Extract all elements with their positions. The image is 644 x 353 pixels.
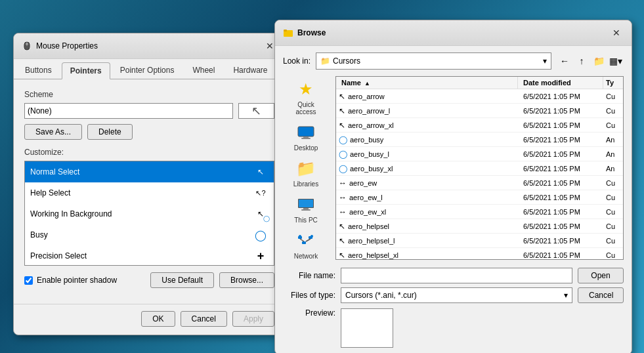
tab-pointer-options[interactable]: Pointer Options [112, 62, 183, 79]
enable-shadow-checkbox[interactable] [24, 276, 33, 285]
svg-point-19 [311, 235, 313, 238]
libraries-icon: 📁 [295, 158, 316, 179]
use-default-button[interactable]: Use Default [150, 272, 214, 288]
svg-rect-5 [284, 30, 287, 31]
look-in-label: Look in: [283, 56, 311, 66]
this-pc-label: This PC [294, 217, 318, 224]
file-name-input[interactable] [341, 268, 572, 283]
sidebar-item-quick-access[interactable]: ★ Quick access [284, 76, 328, 118]
svg-rect-2 [26, 43, 28, 45]
file-row-7[interactable]: ↔ aero_ew_l 6/5/2021 1:05 PM Cu [336, 190, 623, 205]
apply-button[interactable]: Apply [232, 311, 274, 327]
file-type-2: Cu [603, 121, 623, 129]
save-as-button[interactable]: Save As... [24, 124, 82, 140]
col-date: Date modified [518, 77, 603, 89]
cancel-button[interactable]: Cancel [181, 311, 227, 327]
file-type-9: Cu [603, 222, 623, 230]
mouse-dialog-titlebar: Mouse Properties ✕ [14, 33, 285, 59]
libraries-label: Libraries [293, 180, 318, 188]
file-types-select[interactable]: Cursors (*.ani, *.cur) ▾ [341, 287, 572, 303]
file-list-container[interactable]: Name ▲ Date modified Ty ↖ aero_arrow 6/5… [335, 76, 624, 260]
sidebar-item-this-pc[interactable]: This PC [284, 192, 328, 226]
sidebar-item-network[interactable]: Network [284, 228, 328, 262]
cursor-item-normal-select[interactable]: Normal Select ↖ [25, 161, 274, 182]
preview-arrow-icon: ↖ [251, 104, 261, 118]
file-row-11[interactable]: ↖ aero_helpsel_xl 6/5/2021 1:05 PM Cu [336, 248, 623, 260]
file-row-5[interactable]: ◯ aero_busy_xl 6/5/2021 1:05 PM An [336, 161, 623, 176]
browse-body: Look in: 📁 Cursors ▾ ← ↑ 📁 ▦▾ ★ Quick ac… [275, 46, 632, 353]
file-row-3[interactable]: ◯ aero_busy 6/5/2021 1:05 PM An [336, 133, 623, 147]
file-date-9: 6/5/2021 1:05 PM [518, 222, 603, 230]
file-row-4[interactable]: ◯ aero_busy_l 6/5/2021 1:05 PM An [336, 147, 623, 161]
sidebar-item-libraries[interactable]: 📁 Libraries [284, 156, 328, 190]
cursor-item-help-select[interactable]: Help Select ↖? [25, 182, 274, 203]
tab-buttons[interactable]: Buttons [16, 62, 60, 79]
mouse-dialog-tabs: Buttons Pointers Pointer Options Wheel H… [14, 59, 285, 79]
file-name-row: File name: Open [283, 268, 624, 283]
scheme-label: Scheme [24, 90, 274, 99]
cursor-item-precision-select[interactable]: Precision Select + [25, 245, 274, 266]
file-date-0: 6/5/2021 1:05 PM [518, 93, 603, 100]
file-types-wrapper: Cursors (*.ani, *.cur) ▾ [341, 287, 572, 303]
file-row-8[interactable]: ↔ aero_ew_xl 6/5/2021 1:05 PM Cu [336, 205, 623, 219]
file-row-9[interactable]: ↖ aero_helpsel 6/5/2021 1:05 PM Cu [336, 219, 623, 234]
cursor-icon-normal: ↖ [253, 164, 268, 180]
browse-main: ★ Quick access Desktop 📁 Libra [283, 76, 624, 262]
scheme-select[interactable]: (None) [24, 103, 233, 119]
tab-hardware[interactable]: Hardware [225, 62, 276, 79]
cursor-item-busy[interactable]: Busy ◯ [25, 224, 274, 245]
file-row-1[interactable]: ↖ aero_arrow_l 6/5/2021 1:05 PM Cu [336, 104, 623, 118]
enable-shadow-label: Enable pointer shadow [37, 276, 117, 285]
file-row-2[interactable]: ↖ aero_arrow_xl 6/5/2021 1:05 PM Cu [336, 118, 623, 133]
back-button[interactable]: ← [557, 53, 572, 69]
cursor-list[interactable]: Normal Select ↖ Help Select ↖? Working I… [24, 161, 274, 266]
star-icon: ★ [295, 79, 316, 100]
file-type-row: Files of type: Cursors (*.ani, *.cur) ▾ … [283, 287, 624, 303]
open-button[interactable]: Open [578, 268, 624, 283]
cursor-item-working-background[interactable]: Working In Background ↖◯ [25, 203, 274, 224]
cursor-icon-busy: ◯ [253, 227, 268, 243]
desktop-icon [295, 122, 316, 143]
file-type-5: An [603, 165, 623, 173]
file-date-11: 6/5/2021 1:05 PM [518, 251, 603, 259]
file-types-label: Files of type: [283, 291, 335, 300]
look-in-select[interactable]: 📁 Cursors ▾ [316, 52, 551, 70]
browse-button[interactable]: Browse... [219, 272, 274, 288]
mouse-dialog-body: Scheme (None) ↖ Save As... Delete Custom… [14, 79, 285, 299]
tab-wheel[interactable]: Wheel [184, 62, 223, 79]
file-date-7: 6/5/2021 1:05 PM [518, 194, 603, 201]
svg-rect-7 [303, 136, 309, 138]
tab-pointers[interactable]: Pointers [62, 62, 110, 79]
file-type-6: Cu [603, 179, 623, 187]
browse-titlebar-left: Browse [283, 28, 326, 38]
file-row-6[interactable]: ↔ aero_ew 6/5/2021 1:05 PM Cu [336, 176, 623, 190]
col-name[interactable]: Name ▲ [336, 77, 518, 89]
svg-rect-6 [298, 127, 314, 136]
cursor-file-icon-11: ↖ [339, 251, 345, 260]
svg-point-18 [299, 235, 301, 238]
cursor-file-icon-1: ↖ [339, 106, 345, 115]
mouse-dialog-footer: OK Cancel Apply [14, 304, 285, 335]
browse-bottom-rows: File name: Open Files of type: Cursors (… [283, 268, 624, 348]
svg-rect-10 [299, 199, 313, 207]
views-button[interactable]: ▦▾ [608, 53, 624, 69]
cancel-browse-button[interactable]: Cancel [578, 287, 624, 303]
delete-button[interactable]: Delete [87, 124, 133, 140]
file-row-10[interactable]: ↖ aero_helpsel_l 6/5/2021 1:05 PM Cu [336, 234, 623, 248]
cursor-file-icon-6: ↔ [339, 178, 347, 188]
ok-button[interactable]: OK [141, 311, 175, 327]
up-button[interactable]: ↑ [574, 53, 590, 69]
file-row-aero-arrow[interactable]: ↖ aero_arrow 6/5/2021 1:05 PM Cu [336, 89, 623, 104]
cursor-file-icon: ↖ [339, 92, 345, 101]
new-folder-button[interactable]: 📁 [591, 53, 607, 69]
cursor-file-icon-5: ◯ [339, 164, 347, 173]
browse-dialog: Browse ✕ Look in: 📁 Cursors ▾ ← ↑ 📁 ▦▾ ★ [274, 20, 632, 353]
cursor-name-busy: Busy [30, 230, 48, 239]
svg-line-16 [300, 239, 304, 241]
file-list-header: Name ▲ Date modified Ty [336, 77, 623, 89]
file-name-7: ↔ aero_ew_l [336, 193, 518, 202]
browse-dialog-close-button[interactable]: ✕ [609, 26, 624, 40]
sidebar-item-desktop[interactable]: Desktop [284, 119, 328, 154]
file-type-4: An [603, 150, 623, 158]
file-type-0: Cu [603, 93, 623, 100]
